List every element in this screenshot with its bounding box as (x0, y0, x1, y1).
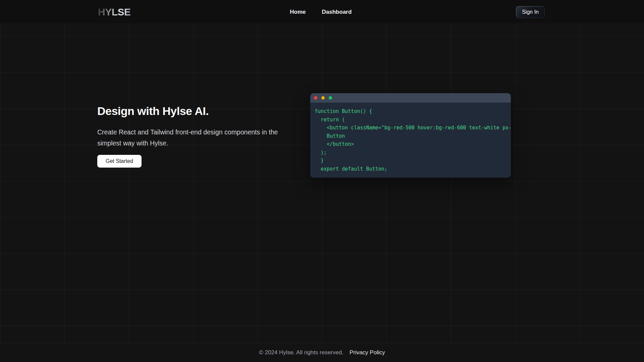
hero-subheading: Create React and Tailwind front-end desi… (97, 127, 300, 149)
code-line: ); (315, 148, 511, 157)
hero-heading: Design with Hylse AI. (97, 104, 305, 118)
copyright-text: © 2024 Hylse. All rights reserved. (259, 349, 343, 356)
footer: © 2024 Hylse. All rights reserved. Priva… (0, 343, 644, 362)
main-content: Design with Hylse AI. Create React and T… (0, 24, 644, 343)
code-snippet: function Button() { return ( <button cla… (310, 103, 511, 178)
code-line: </button> (315, 140, 511, 148)
code-line: function Button() { (315, 107, 511, 116)
code-line: } (315, 157, 511, 165)
close-dot-icon (314, 96, 317, 100)
landing-page: HYLSE Home Dashboard Sign In Design with… (0, 0, 644, 362)
nav-link-dashboard[interactable]: Dashboard (322, 9, 352, 15)
code-editor-window: function Button() { return ( <button cla… (310, 93, 511, 178)
sign-in-button[interactable]: Sign In (516, 6, 545, 18)
window-titlebar (310, 93, 511, 103)
code-line: return ( (315, 116, 511, 124)
maximize-dot-icon (329, 96, 332, 100)
header: HYLSE Home Dashboard Sign In (0, 0, 644, 24)
code-line: <button className="bg-red-500 hover:bg-r… (315, 124, 511, 132)
minimize-dot-icon (321, 96, 325, 100)
hero-section: Design with Hylse AI. Create React and T… (97, 104, 305, 168)
code-line: Button (315, 132, 511, 140)
get-started-button[interactable]: Get Started (97, 155, 142, 168)
main-nav: Home Dashboard (290, 9, 352, 15)
code-line: export default Button; (315, 165, 511, 173)
privacy-policy-link[interactable]: Privacy Policy (350, 349, 385, 356)
nav-link-home[interactable]: Home (290, 9, 306, 15)
hylse-logo: HYLSE (98, 6, 131, 18)
